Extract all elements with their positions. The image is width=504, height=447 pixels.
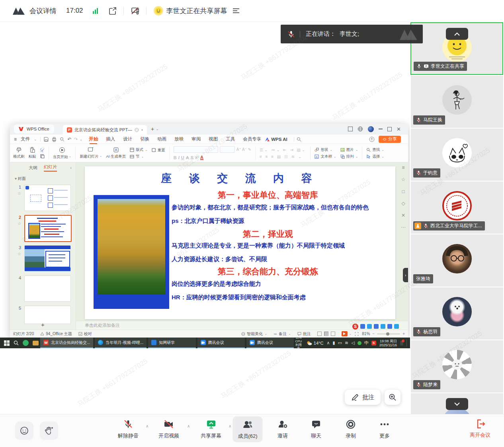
expand-pane-handle[interactable]: › [403,268,408,282]
tray-icon[interactable]: ▮ [333,340,335,345]
chat-button[interactable]: 聊天 [311,419,321,439]
more-button[interactable]: 更多 [379,419,390,439]
ribbon-tab-home[interactable]: 开始 [89,136,98,142]
layout-list-icon[interactable] [232,8,240,14]
read-view-icon[interactable] [331,332,335,336]
scroll-down-strip-button[interactable] [446,398,468,410]
notes-button[interactable]: ≔备注⌄ [273,331,291,337]
tray-expand-icon[interactable]: ∧ [326,340,330,345]
globe-icon[interactable] [357,126,363,132]
notification-center-icon[interactable] [400,341,403,345]
redo-icon[interactable]: ↷ [74,137,78,142]
menu-file[interactable]: 文件 [21,136,30,142]
weather-widget[interactable]: 14°C [307,341,324,345]
shadow-button[interactable]: S [191,155,193,160]
shapes-button[interactable]: 形状⌄ [315,147,336,152]
taskbar-clock[interactable]: 19:08 周日2025/11/16 [379,339,397,347]
section-button[interactable]: 节⌄ [130,154,148,159]
participant-tile[interactable]: 杨思羽 [411,287,503,340]
start-video-button[interactable]: 开启视频 [158,419,179,439]
add-slide-button[interactable]: + [10,321,76,328]
taskbar-app-wps[interactable]: W 北京访企拓岗经验交... [40,338,93,348]
slide-canvas[interactable]: 座 谈 交 流 内 容 第一，事业单位、高端智库 参访的对象，都在北京，都是研究… [85,166,395,319]
cpu-meter[interactable]: 11%CPU利用率 [294,336,303,350]
new-tab-button[interactable]: + [151,126,154,132]
slide-title[interactable]: 座 谈 交 流 内 容 [85,171,395,185]
raise-hand-button[interactable] [40,422,58,440]
ribbon-tab-review[interactable]: 审阅 [191,136,201,142]
reset-button[interactable]: 重置 [152,148,165,153]
new-slide-button[interactable]: 新建幻灯片⌄ [80,147,102,159]
italic-button[interactable]: I [178,155,180,160]
annotate-button[interactable]: 批注 [345,390,381,405]
underline-button[interactable]: U [181,155,184,160]
taskbar-app-meeting-2[interactable]: 腾讯会议 [246,338,294,348]
slides-tab[interactable]: 幻灯片 [44,164,57,172]
find-button[interactable]: 查找⌄ [366,147,384,152]
magnify-button[interactable] [385,390,400,405]
slide-thumb-row[interactable]: 3☆ [13,245,71,271]
record-button[interactable]: 录制 [346,419,356,439]
strike-button[interactable]: A [186,155,189,160]
taskbar-search-icon[interactable] [14,340,19,345]
search-icon[interactable] [297,137,301,142]
ime-mode-indicator[interactable]: 中 [364,340,369,346]
reactions-button[interactable] [15,422,33,440]
tray-volume-icon[interactable]: ◁ [351,340,354,345]
participant-tile[interactable]: 马院王换 [411,76,503,128]
restore-button[interactable] [387,127,392,131]
font-size-select[interactable] [220,146,235,153]
slide-paragraph[interactable]: 人力资源处长建议：多尝试、不局限 [172,256,391,263]
collapse-strip-button[interactable] [446,28,468,40]
taskbar-app-cnki[interactable]: 知网研学 [148,338,195,348]
ribbon-tab-wps-ai[interactable]: WPS AI [271,137,287,142]
undo-icon[interactable]: ↶ [68,137,72,142]
participant-tile[interactable]: 西北工业大学马院学工... [411,182,503,234]
hamburger-icon[interactable]: ≡ [14,137,17,142]
font-family-select[interactable] [174,146,218,153]
slide-heading-2[interactable]: 第二，择业观 [141,228,395,240]
slide-heading-3[interactable]: 第三，综合能力、充分锻炼 [141,266,395,277]
minimize-button[interactable] [379,129,383,129]
slide-paragraph[interactable]: 参访的对象，都在北京，都是研究院；服务于国家战略，但也有各自的特色 [172,204,391,211]
share-meeting-icon[interactable] [108,6,117,15]
print-icon[interactable] [52,137,57,142]
slide-heading-1[interactable]: 第一，事业单位、高端智库 [141,189,395,201]
participant-tile[interactable]: 张雅琦 [411,234,503,287]
superscript-button[interactable]: X² [195,156,199,160]
outline-tab[interactable]: 大纲 [29,165,37,171]
bold-button[interactable]: B [174,155,177,160]
slide-photo[interactable] [94,195,169,309]
ribbon-tab-slideshow[interactable]: 放映 [174,136,184,142]
taskbar-app-meeting-1[interactable]: 腾讯会议 [197,338,245,348]
slide-thumb-row[interactable]: 1☆ [13,185,71,211]
grid-view-icon[interactable] [324,332,328,336]
fit-screen-icon[interactable] [355,332,359,336]
slide-thumb-row[interactable]: 2☆ [13,215,72,242]
zoom-in-button[interactable]: + [402,332,405,336]
participant-tile-partial[interactable] [411,393,503,414]
start-button[interactable] [4,340,10,346]
file-explorer-icon[interactable] [33,341,39,345]
invite-button[interactable]: 邀请 [277,419,288,439]
slide-paragraph[interactable]: 岗位的选择更多的是考虑综合能力 [172,280,391,288]
tray-icon[interactable] [357,341,361,345]
paste-button[interactable]: 粘贴 [29,147,36,159]
tab-list-chevron-icon[interactable]: ⌄ [156,127,159,131]
ai-generate-button[interactable]: AI 生成单页 [106,147,126,159]
ime-toolbar[interactable]: S [352,323,399,330]
proofread-status[interactable]: 校对 [78,331,92,337]
pinned-app-icon[interactable] [23,340,29,346]
taskbar-app-browser[interactable]: 当年明月-视频-哔哩... [95,338,147,348]
share-button[interactable]: 分享 [379,136,401,143]
save-icon[interactable] [44,137,49,142]
members-button[interactable]: 成员(62) [232,416,262,442]
beautify-button[interactable]: 智能美化⌄ [241,331,267,337]
format-painter-button[interactable]: 格式刷 [13,147,25,159]
slide-paragraph[interactable]: HR：应聘的时候更希望看到周密的逻辑和全面考虑 [172,294,391,301]
layout-button[interactable]: 版式⌄ [130,147,148,152]
picture-button[interactable]: 图片⌄ [340,147,358,152]
slide-paragraph[interactable]: ps：北京户口属于稀缺资源 [172,217,391,225]
textbox-button[interactable]: A文本框⌄ [315,154,336,159]
normal-view-icon[interactable] [317,332,322,336]
